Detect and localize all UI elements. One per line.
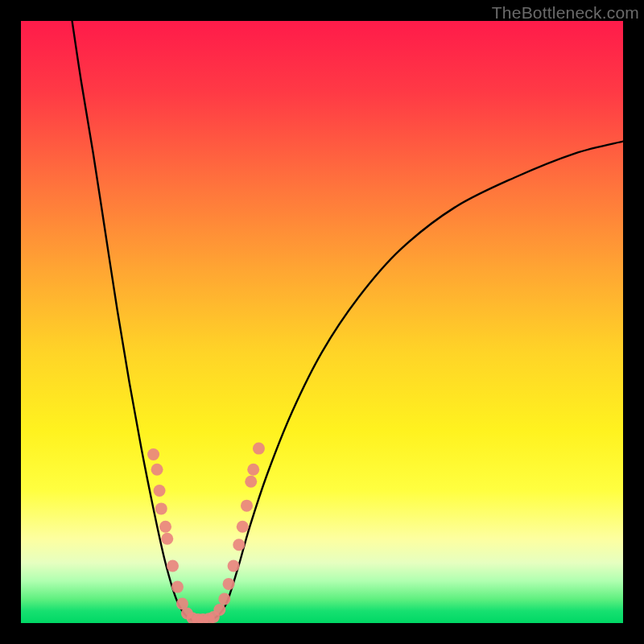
watermark-text: TheBottleneck.com <box>492 3 639 23</box>
chart-svg <box>21 21 623 623</box>
marker-dot <box>228 559 240 572</box>
outer-frame: TheBottleneck.com <box>0 0 644 644</box>
marker-dot <box>161 533 173 545</box>
marker-dot <box>147 448 159 460</box>
marker-dot <box>171 581 184 593</box>
marker-dot <box>237 521 249 533</box>
marker-dot <box>151 464 163 476</box>
marker-dot <box>233 539 245 551</box>
marker-dot <box>223 578 235 590</box>
marker-dot <box>159 521 171 533</box>
marker-dot <box>218 593 230 605</box>
marker-dot <box>155 502 167 514</box>
marker-dot <box>245 476 257 488</box>
bottleneck-curve <box>72 21 623 621</box>
curve-group <box>72 21 623 621</box>
marker-dot <box>167 559 179 572</box>
marker-dot <box>253 443 265 455</box>
marker-dot <box>247 464 259 476</box>
marker-dot <box>154 485 166 497</box>
plot-area <box>21 21 623 623</box>
marker-dot <box>213 604 225 616</box>
marker-dot <box>241 500 253 512</box>
